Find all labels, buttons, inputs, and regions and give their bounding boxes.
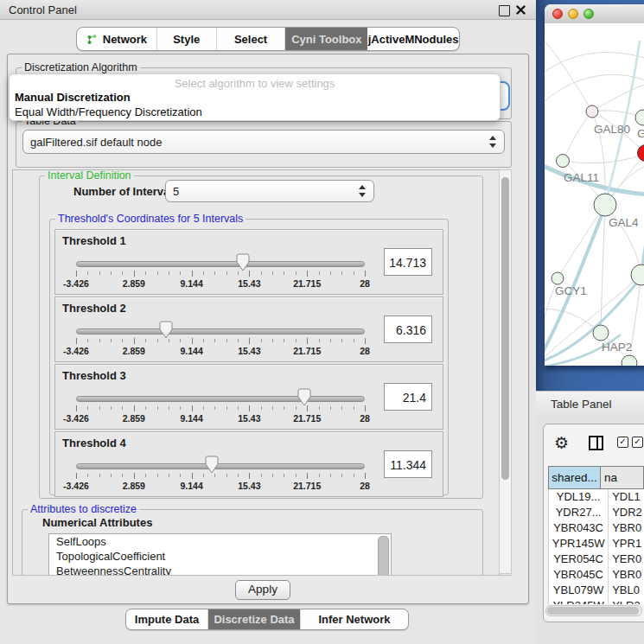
numerical-attributes-label: Numerical Attributes xyxy=(42,516,152,529)
slider-track[interactable] xyxy=(76,396,365,402)
threshold-label: Threshold 2 xyxy=(62,302,126,315)
column-layout-icon[interactable] xyxy=(589,436,603,450)
table-row[interactable]: YER054CYER0 xyxy=(549,552,644,567)
minimize-traffic-light-icon[interactable] xyxy=(568,9,578,19)
slider-thumb[interactable] xyxy=(236,253,250,272)
tab-infer-network[interactable]: Infer Network xyxy=(301,609,408,629)
table-row[interactable]: YBR043CYBR0 xyxy=(549,520,644,536)
list-scrollbar[interactable] xyxy=(378,536,389,576)
scrollbar-thumb[interactable] xyxy=(547,607,639,615)
threshold-4-panel: Threshold 4 -3.426 2.859 9.144 15.43 21.… xyxy=(54,431,443,497)
dropdown-option-equal-width[interactable]: Equal Width/Frequency Discretization xyxy=(10,105,500,119)
node-gcy1[interactable] xyxy=(552,272,564,284)
tab-discretize-data[interactable]: Discretize Data xyxy=(208,609,301,629)
node-gal11[interactable] xyxy=(557,155,570,168)
svg-text:GAL11: GAL11 xyxy=(564,171,599,184)
application-window: Control Panel Network Style Select Cyni … xyxy=(0,0,644,644)
slider-track[interactable] xyxy=(76,463,365,469)
column-header-shared-name[interactable]: shared... xyxy=(548,466,601,489)
group-title: Discretization Algorithm xyxy=(22,61,140,73)
slider-track[interactable] xyxy=(76,261,365,267)
tab-jactivemnodules[interactable]: jActiveMNodules xyxy=(367,28,459,50)
close-traffic-light-icon[interactable] xyxy=(552,9,563,19)
apply-button[interactable]: Apply xyxy=(235,580,290,600)
node-attribute-table: shared... na YDL19...YDL1 YDR27...YDR2 Y… xyxy=(548,466,644,604)
slider-tick-labels: -3.426 2.859 9.144 15.43 21.715 28 xyxy=(76,481,365,491)
slider-ticks xyxy=(76,338,365,345)
slider-thumb[interactable] xyxy=(205,456,219,475)
settings-scroll-viewport: Interval Definition Number of Intervals … xyxy=(12,169,500,576)
threshold-3-panel: Threshold 3 -3.426 2.859 9.144 15.43 21.… xyxy=(54,364,443,430)
threshold-2-value[interactable]: 6.316 xyxy=(384,316,432,343)
table-row[interactable]: YLR345WYLR3 xyxy=(549,598,644,604)
algorithm-dropdown-popup: Select algorithm to view settings Manual… xyxy=(9,73,501,121)
tab-impute-data[interactable]: Impute Data xyxy=(126,609,208,629)
list-item[interactable]: TopologicalCoefficient xyxy=(49,549,391,564)
network-canvas[interactable]: GAL80 GA C GAL11 GAL4 GCY1 H HAP2 xyxy=(545,23,644,366)
node-gal80[interactable] xyxy=(586,105,598,118)
slider-thumb[interactable] xyxy=(159,321,173,340)
network-view-window[interactable]: GAL80 GA C GAL11 GAL4 GCY1 H HAP2 xyxy=(545,4,644,366)
table-data-value: galFiltered.sif default node xyxy=(30,136,162,149)
slider-tick-labels: -3.426 2.859 9.144 15.43 21.715 28 xyxy=(76,278,365,289)
list-item[interactable]: BetweennessCentrality xyxy=(49,564,391,576)
threshold-label: Threshold 4 xyxy=(62,437,126,450)
threshold-3-slider[interactable]: -3.426 2.859 9.144 15.43 21.715 28 xyxy=(76,389,365,427)
checkbox-icon[interactable]: ✓ xyxy=(632,437,643,448)
threshold-1-slider[interactable]: -3.426 2.859 9.144 15.43 21.715 28 xyxy=(76,254,365,292)
table-row[interactable]: YDR27...YDR2 xyxy=(549,505,644,520)
threshold-2-slider[interactable]: -3.426 2.859 9.144 15.43 21.715 28 xyxy=(76,322,365,360)
network-icon xyxy=(86,34,98,45)
svg-text:GAL80: GAL80 xyxy=(594,123,630,136)
horizontal-scrollbar[interactable] xyxy=(545,605,642,616)
vertical-scrollbar[interactable] xyxy=(499,169,512,574)
slider-ticks xyxy=(76,473,365,480)
threshold-label: Threshold 3 xyxy=(62,369,126,382)
intervals-value: 5 xyxy=(173,185,179,198)
zoom-traffic-light-icon[interactable] xyxy=(583,9,594,19)
slider-ticks xyxy=(76,271,365,277)
threshold-3-value[interactable]: 21.4 xyxy=(384,383,432,411)
slider-thumb[interactable] xyxy=(297,388,311,407)
node-bottom[interactable] xyxy=(622,355,637,366)
slider-ticks xyxy=(76,405,365,412)
table-row[interactable]: YPR145WYPR1 xyxy=(549,536,644,552)
table-row[interactable]: YBR045CYBR0 xyxy=(549,567,644,583)
close-icon[interactable] xyxy=(516,5,526,15)
node-gal4[interactable] xyxy=(594,194,616,216)
node-red-selected[interactable] xyxy=(638,145,644,162)
table-header-row: shared... na xyxy=(548,466,644,489)
column-header-name[interactable]: na xyxy=(601,466,644,489)
group-title: Threshold's Coordinates for 5 Intervals xyxy=(55,213,245,225)
panel-title: Control Panel xyxy=(9,3,77,16)
tab-network[interactable]: Network xyxy=(77,28,157,50)
network-window-titlebar[interactable] xyxy=(545,4,644,24)
number-of-intervals-combobox[interactable]: 5 xyxy=(165,180,374,202)
scrollbar-thumb[interactable] xyxy=(501,177,509,480)
dropdown-option-manual[interactable]: Manual Discretization xyxy=(10,90,500,105)
node-ga[interactable] xyxy=(635,110,644,125)
cyni-bottom-tabbar: Impute Data Discretize Data Infer Networ… xyxy=(125,609,409,630)
float-window-icon[interactable] xyxy=(499,5,510,16)
numerical-attributes-list[interactable]: SelfLoops TopologicalCoefficient Between… xyxy=(48,533,392,576)
list-item[interactable]: SelfLoops xyxy=(49,534,391,549)
tab-style[interactable]: Style xyxy=(157,28,217,50)
gear-icon[interactable]: ⚙ xyxy=(554,433,569,453)
checkbox-icon[interactable]: ✓ xyxy=(617,437,628,448)
table-row[interactable]: YDL19...YDL1 xyxy=(549,489,644,505)
network-nodes[interactable] xyxy=(552,105,644,366)
table-row[interactable]: YBL079WYBL0 xyxy=(549,583,644,598)
table-rows: YDL19...YDL1 YDR27...YDR2 YBR043CYBR0 YP… xyxy=(548,489,644,604)
tab-label: Discretize Data xyxy=(214,613,294,626)
threshold-4-slider[interactable]: -3.426 2.859 9.144 15.43 21.715 28 xyxy=(76,456,365,494)
table-panel-title: Table Panel xyxy=(551,398,612,411)
node-hap2[interactable] xyxy=(593,325,609,341)
tab-select[interactable]: Select xyxy=(217,28,286,50)
threshold-4-value[interactable]: 11.344 xyxy=(384,450,432,478)
threshold-1-value[interactable]: 14.713 xyxy=(384,248,432,276)
slider-track[interactable] xyxy=(76,328,365,335)
tab-label: jActiveMNodules xyxy=(368,33,459,46)
number-of-intervals-label: Number of Intervals xyxy=(73,185,179,198)
table-data-combobox[interactable]: galFiltered.sif default node xyxy=(22,130,505,154)
tab-cyni-toolbox[interactable]: Cyni Toolbox xyxy=(285,28,367,50)
